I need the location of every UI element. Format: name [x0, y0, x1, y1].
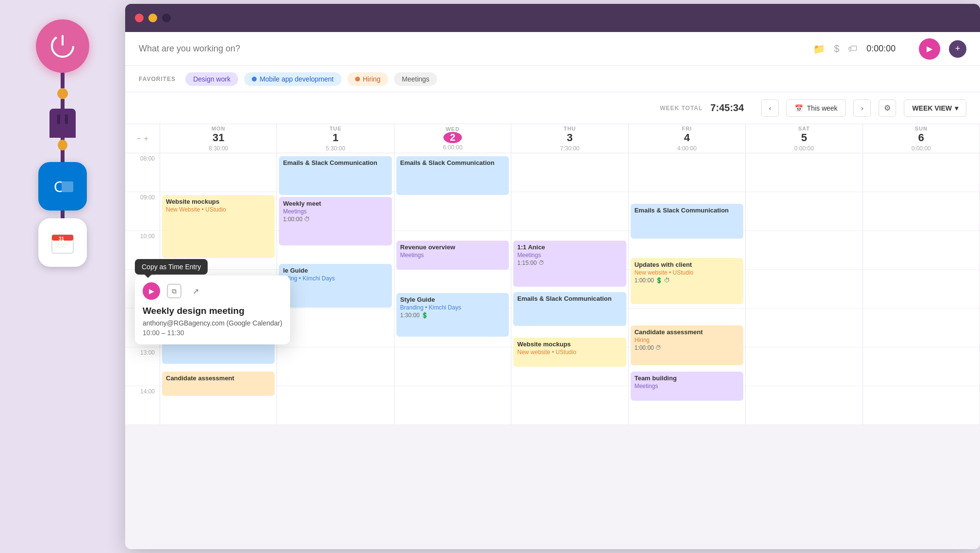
- titlebar: [125, 4, 980, 32]
- favorite-meetings[interactable]: Meetings: [394, 72, 437, 86]
- outlook-icon[interactable]: O: [38, 162, 87, 211]
- event-wed-revenue[interactable]: Revenue overview Meetings: [396, 241, 509, 270]
- next-week-button[interactable]: ›: [853, 99, 871, 117]
- power-button[interactable]: [36, 19, 89, 73]
- day-col-fri: Emails & Slack Communication Updates wit…: [629, 153, 746, 425]
- zoom-out-icon[interactable]: −: [136, 134, 141, 143]
- event-fri-emails[interactable]: Emails & Slack Communication: [631, 204, 743, 239]
- gcal-icon[interactable]: 31: [38, 218, 87, 267]
- event-tue-style-guide[interactable]: le Guide nding • Kimchi Days: [279, 264, 392, 308]
- time-label-08: 08:00: [125, 153, 160, 192]
- event-mon-candidate[interactable]: Candidate assessment: [162, 372, 275, 396]
- popup-copy-button[interactable]: ⧉: [167, 284, 181, 298]
- header: 📁 $ 🏷 0:00:00 ▶ +: [125, 32, 980, 66]
- prev-week-button[interactable]: ‹: [761, 99, 779, 117]
- this-week-label: This week: [807, 104, 837, 112]
- header-icons: 📁 $ 🏷 0:00:00 ▶ +: [813, 38, 966, 60]
- day-headers: − + MON 31 8:30:00 TUE 1 5:30:00 WED 2 6…: [125, 124, 980, 153]
- mobile-dot: [252, 77, 257, 81]
- favorite-design-work[interactable]: Design work: [185, 72, 238, 86]
- svg-rect-10: [56, 246, 65, 247]
- dollar-icon[interactable]: $: [834, 43, 839, 54]
- time-label-09: 09:00: [125, 192, 160, 231]
- day-header-mon: MON 31 8:30:00: [160, 124, 277, 153]
- close-button[interactable]: [135, 14, 144, 22]
- maximize-button[interactable]: [162, 14, 171, 22]
- week-total-time: 7:45:34: [710, 102, 744, 114]
- folder-icon[interactable]: 📁: [813, 43, 825, 55]
- day-header-sun: SUN 6 0:00:00: [863, 124, 980, 153]
- minimize-button[interactable]: [148, 14, 157, 22]
- time-gutter-header: − +: [125, 124, 160, 153]
- week-view-chevron: ▾: [955, 104, 958, 112]
- cal-toolbar: WEEK TOTAL 7:45:34 ‹ 📅 This week › ⚙ WEE…: [125, 92, 980, 124]
- time-label-14: 14:00: [125, 386, 160, 425]
- zoom-in-icon[interactable]: +: [144, 134, 148, 143]
- event-tue-emails[interactable]: Emails & Slack Communication: [279, 156, 392, 195]
- favorites-label: FAVORITES: [139, 76, 176, 82]
- event-wed-emails[interactable]: Emails & Slack Communication: [396, 156, 509, 195]
- event-fri-team-building[interactable]: Team building Meetings: [631, 372, 743, 401]
- hiring-dot: [355, 77, 360, 81]
- day-header-thu: THU 3 7:30:00: [511, 124, 628, 153]
- day-col-sun: [863, 153, 980, 425]
- main-window: 📁 $ 🏷 0:00:00 ▶ + FAVORITES Design work …: [125, 4, 980, 549]
- event-wed-style-guide[interactable]: Style Guide Branding • Kimchi Days 1:30:…: [396, 293, 509, 337]
- popup-play-button[interactable]: ▶: [143, 282, 160, 300]
- this-week-button[interactable]: 📅 This week: [786, 99, 846, 117]
- day-header-wed: WED 2 6:00:00: [394, 124, 511, 153]
- favorites-bar: FAVORITES Design work Mobile app develop…: [125, 66, 980, 92]
- popup-time: 10:00 – 11:30: [143, 329, 282, 337]
- day-header-fri: FRI 4 4:00:00: [629, 124, 746, 153]
- time-display: 0:00:00: [866, 44, 910, 54]
- event-thu-emails[interactable]: Emails & Slack Communication: [513, 292, 626, 326]
- svg-rect-9: [56, 244, 69, 244]
- week-view-label: WEEK VIEW: [912, 104, 952, 112]
- event-fri-candidate[interactable]: Candidate assessment Hiring 1:00:00 ⏱: [631, 325, 743, 365]
- search-input[interactable]: [139, 44, 803, 54]
- copy-time-entry-tooltip[interactable]: Copy as Time Entry: [135, 259, 208, 275]
- event-thu-anice[interactable]: 1:1 Anice Meetings 1:15:00 ⏱: [513, 241, 626, 287]
- popup-actions: ▶ ⧉ ↗: [135, 276, 290, 303]
- svg-text:31: 31: [59, 236, 65, 242]
- day-col-wed: Emails & Slack Communication Revenue ove…: [394, 153, 511, 425]
- popup-external-link-button[interactable]: ↗: [188, 284, 203, 298]
- event-tue-weekly-meet[interactable]: Weekly meet Meetings 1:00:00 ⏱: [279, 197, 392, 245]
- svg-rect-4: [62, 181, 73, 192]
- event-thu-website[interactable]: Website mockups New website • UStudio: [513, 338, 626, 367]
- plug-icon: [49, 109, 76, 138]
- day-header-sat: SAT 5 0:00:00: [746, 124, 863, 153]
- popup-email: anthony@RGBagency.com (Google Calendar): [143, 319, 282, 327]
- event-fri-updates[interactable]: Updates with client New website • UStudi…: [631, 258, 743, 304]
- sidebar: O 31: [0, 0, 125, 553]
- calendar-icon: 📅: [795, 104, 803, 112]
- favorite-hiring[interactable]: Hiring: [347, 72, 389, 86]
- day-col-thu: 1:1 Anice Meetings 1:15:00 ⏱ Emails & Sl…: [511, 153, 628, 425]
- settings-button[interactable]: ⚙: [879, 99, 896, 117]
- week-total-label: WEEK TOTAL: [660, 105, 702, 112]
- day-col-sat: [746, 153, 863, 425]
- tag-icon[interactable]: 🏷: [848, 43, 858, 54]
- week-view-button[interactable]: WEEK VIEW ▾: [904, 99, 966, 117]
- day-col-tue: Emails & Slack Communication Weekly meet…: [277, 153, 394, 425]
- popup-title: Weekly design meeting: [143, 306, 282, 316]
- favorite-mobile-app[interactable]: Mobile app development: [244, 72, 342, 86]
- popup-details: Weekly design meeting anthony@RGBagency.…: [135, 303, 290, 344]
- calendar-grid: − + MON 31 8:30:00 TUE 1 5:30:00 WED 2 6…: [125, 124, 980, 425]
- add-entry-button[interactable]: +: [949, 40, 966, 58]
- time-label-13: 13:00: [125, 347, 160, 386]
- day-header-tue: TUE 1 5:30:00: [277, 124, 394, 153]
- play-timer-button[interactable]: ▶: [919, 38, 940, 60]
- event-detail-popup: ▶ ⧉ ↗ Weekly design meeting anthony@RGBa…: [135, 276, 290, 344]
- event-mon-website-mockups[interactable]: Website mockups New Website • UStudio: [162, 195, 275, 258]
